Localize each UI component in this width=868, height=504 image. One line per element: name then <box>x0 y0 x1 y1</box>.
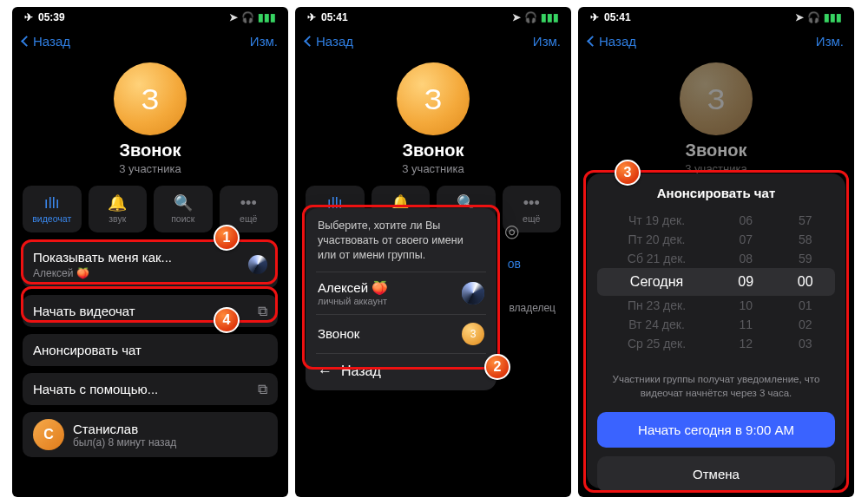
step-badge-2: 2 <box>484 354 510 380</box>
battery-icon: ▮▮▮ <box>541 11 559 23</box>
group-avatar[interactable]: З <box>114 62 187 135</box>
member-status: был(а) 8 минут назад <box>73 436 176 448</box>
battery-icon: ▮▮▮ <box>824 11 842 23</box>
identity-personal-row[interactable]: Алексей 🍑личный аккаунт <box>316 272 486 314</box>
identity-personal-name: Алексей 🍑 <box>318 280 388 296</box>
edit-button[interactable]: Изм. <box>250 34 278 49</box>
cancel-button[interactable]: Отмена <box>597 456 835 492</box>
announce-sheet: Анонсировать чат Чт 19 дек.0657Пт 20 дек… <box>587 173 845 488</box>
picker-date: Пн 23 дек. <box>597 298 716 312</box>
account-avatar-icon <box>462 282 484 304</box>
back-button[interactable]: Назад <box>23 34 70 49</box>
group-avatar: З <box>680 62 753 135</box>
arrow-left-icon: ← <box>318 363 332 380</box>
status-bar: ✈︎05:41 ➤🎧▮▮▮ <box>295 7 571 26</box>
picker-hour: 07 <box>716 232 776 246</box>
picker-row[interactable]: Вт 24 дек.1102 <box>597 315 835 334</box>
partial-text: ов <box>508 257 521 271</box>
member-avatar: С <box>33 419 64 450</box>
picker-row[interactable]: Пт 20 дек.0758 <box>597 230 835 249</box>
chevron-left-icon <box>21 36 32 47</box>
picker-row[interactable]: Ср 25 дек.1203 <box>597 334 835 353</box>
picker-minute: 02 <box>776 317 836 331</box>
edit-button[interactable]: Изм. <box>533 34 561 49</box>
location-icon: ➤ <box>229 11 238 23</box>
owner-label: владелец <box>509 302 556 314</box>
datetime-picker[interactable]: Чт 19 дек.0657Пт 20 дек.0758Сб 21 дек.08… <box>597 206 835 357</box>
screenshot-1: ✈︎05:39 ➤🎧▮▮▮ Назад Изм. З Звонок 3 учас… <box>12 7 288 497</box>
picker-hour: 09 <box>716 274 776 290</box>
group-badge-icon: 3 <box>462 323 484 345</box>
picker-row[interactable]: Пн 23 дек.1001 <box>597 296 835 315</box>
videochat-button[interactable]: ıllıвидеочат <box>23 186 82 232</box>
broadcast-icon: ⧉ <box>258 304 267 319</box>
headset-icon: 🎧 <box>807 11 820 23</box>
picker-minute: 03 <box>776 337 836 350</box>
airplane-icon: ✈︎ <box>24 11 33 23</box>
sound-button[interactable]: 🔔звук <box>89 186 148 232</box>
group-title: Звонок <box>12 141 288 160</box>
member-row[interactable]: С Станислав был(а) 8 минут назад <box>23 412 278 457</box>
picker-minute: 57 <box>776 213 836 227</box>
screenshot-3: ✈︎05:41 ➤🎧▮▮▮ Назад Изм. З Звонок 3 учас… <box>578 7 854 497</box>
search-button[interactable]: 🔍поиск <box>154 186 213 232</box>
picker-hour: 06 <box>716 213 776 227</box>
back-button[interactable]: Назад <box>589 34 636 49</box>
picker-minute: 59 <box>776 252 836 265</box>
picker-date: Ср 25 дек. <box>597 337 716 350</box>
picker-hour: 10 <box>716 298 776 312</box>
step-badge-3: 3 <box>615 160 641 186</box>
back-button[interactable]: Назад <box>306 34 353 49</box>
headset-icon: 🎧 <box>241 11 254 23</box>
popup-text: Выберите, хотите ли Вы участвовать от св… <box>316 217 486 272</box>
headset-icon: 🎧 <box>524 11 537 23</box>
picker-row[interactable]: Сегодня0900 <box>597 268 835 296</box>
step-badge-1: 1 <box>214 225 240 251</box>
popup-back-label: Назад <box>341 363 381 379</box>
picker-date: Чт 19 дек. <box>597 213 716 227</box>
shield-icon: ◎ <box>504 220 519 241</box>
screenshot-2: ✈︎05:41 ➤🎧▮▮▮ Назад Изм. З Звонок 3 учас… <box>295 7 571 497</box>
announce-chat-label: Анонсировать чат <box>33 343 267 357</box>
popup-back-row[interactable]: ← Назад <box>316 353 486 382</box>
clock: 05:41 <box>604 11 631 23</box>
videochat-icon: ıllı <box>44 195 60 211</box>
battery-icon: ▮▮▮ <box>258 11 276 23</box>
status-bar: ✈︎05:39 ➤🎧▮▮▮ <box>12 7 288 26</box>
picker-hour: 12 <box>716 337 776 350</box>
nav-bar: Назад Изм. <box>578 26 854 56</box>
location-icon: ➤ <box>795 11 804 23</box>
identity-popup: ◎ Выберите, хотите ли Вы участвовать от … <box>306 208 496 390</box>
group-title: Звонок <box>295 141 571 160</box>
group-avatar[interactable]: З <box>397 62 470 135</box>
sheet-note: Участники группы получат уведомление, чт… <box>602 372 830 400</box>
group-subtitle: 3 участника <box>295 162 571 175</box>
picker-hour: 11 <box>716 317 776 331</box>
start-with-row[interactable]: Начать с помощью... ⧉ <box>23 373 278 405</box>
picker-date: Сб 21 дек. <box>597 252 716 265</box>
action-row: ıllıвидеочат 🔔звук 🔍поиск •••ещё <box>12 175 288 241</box>
member-name: Станислав <box>73 422 176 436</box>
identity-group-row[interactable]: Звонок 3 <box>316 314 486 353</box>
chevron-left-icon <box>587 36 598 47</box>
show-me-as-row[interactable]: Показывать меня как... Алексей 🍑 <box>23 241 278 288</box>
picker-row[interactable]: Чт 19 дек.0657 <box>597 211 835 230</box>
status-bar: ✈︎05:41 ➤🎧▮▮▮ <box>578 7 854 26</box>
start-videochat-row[interactable]: Начать видеочат ⧉ владелец <box>23 295 278 327</box>
edit-button[interactable]: Изм. <box>816 34 844 49</box>
picker-row[interactable]: Сб 21 дек.0859 <box>597 249 835 268</box>
picker-date: Пт 20 дек. <box>597 232 716 246</box>
announce-chat-row[interactable]: Анонсировать чат <box>23 334 278 366</box>
clock: 05:39 <box>38 11 65 23</box>
group-subtitle: 3 участника <box>12 162 288 175</box>
airplane-icon: ✈︎ <box>590 11 599 23</box>
group-title: Звонок <box>578 141 854 160</box>
nav-bar: Назад Изм. <box>295 26 571 56</box>
more-icon: ••• <box>523 195 540 211</box>
identity-personal-sub: личный аккаунт <box>318 296 388 306</box>
start-today-button[interactable]: Начать сегодня в 9:00 AM <box>597 412 835 448</box>
picker-date: Вт 24 дек. <box>597 317 716 331</box>
broadcast-icon: ⧉ <box>258 382 267 397</box>
picker-hour: 08 <box>716 252 776 265</box>
picker-minute: 00 <box>776 274 836 290</box>
